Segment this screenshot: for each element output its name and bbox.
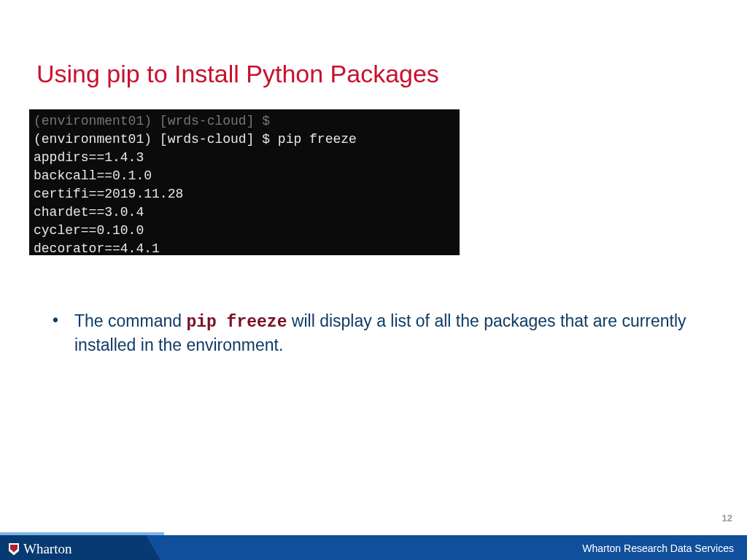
- terminal-screenshot: (environment01) [wrds-cloud] $ (environm…: [29, 109, 460, 255]
- bullet-code: pip freeze: [186, 313, 287, 332]
- bullet-text-pre: The command: [74, 311, 186, 330]
- terminal-line-truncated: (environment01) [wrds-cloud] $: [34, 114, 270, 128]
- terminal-output-line: chardet==3.0.4: [34, 205, 144, 219]
- terminal-output-line: cycler==0.10.0: [34, 223, 144, 238]
- terminal-output-line: decorator==4.4.1: [34, 241, 160, 255]
- terminal-output-line: backcall==0.1.0: [34, 168, 152, 183]
- slide-title: Using pip to Install Python Packages: [36, 60, 439, 88]
- bullet-list: The command pip freeze will display a li…: [53, 310, 718, 357]
- shield-icon: [9, 543, 19, 556]
- footer-right-text: Wharton Research Data Services: [582, 542, 734, 554]
- page-number: 12: [722, 513, 732, 524]
- terminal-output-line: certifi==2019.11.28: [34, 187, 183, 201]
- bullet-item: The command pip freeze will display a li…: [53, 310, 718, 357]
- terminal-prompt-line: (environment01) [wrds-cloud] $ pip freez…: [34, 132, 357, 147]
- wharton-logo: Wharton: [9, 541, 71, 557]
- footer-bar: Wharton Wharton Research Data Services: [0, 535, 747, 560]
- terminal-output-line: appdirs==1.4.3: [34, 150, 144, 165]
- logo-text: Wharton: [23, 541, 71, 557]
